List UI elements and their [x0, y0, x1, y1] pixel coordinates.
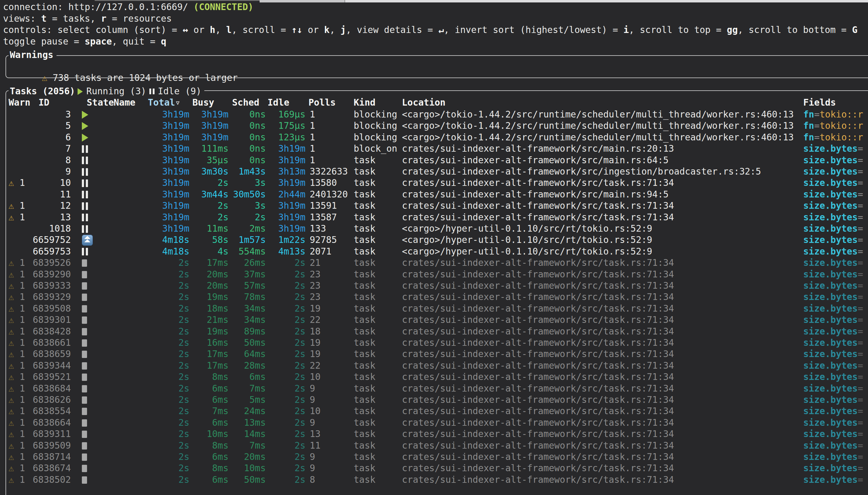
- task-row[interactable]: ⚠168395262s17ms26ms2s21taskcrates/sui-in…: [0, 257, 868, 269]
- cell-total: 2s: [124, 371, 189, 383]
- state-completed-icon: [82, 317, 87, 324]
- task-row[interactable]: ⚠1133h19m2s2s3h19m13587taskcrates/sui-in…: [0, 212, 868, 223]
- cell-total: 3h19m: [124, 166, 189, 177]
- column-header-idle[interactable]: Idle: [268, 97, 289, 108]
- field-equals: =: [857, 246, 863, 257]
- field-key: size.bytes: [803, 349, 857, 359]
- column-header-sched[interactable]: Sched: [232, 97, 259, 108]
- field-equals: =: [857, 383, 863, 394]
- task-row[interactable]: ⚠1103h19m2s3s3h19m13580taskcrates/sui-in…: [0, 177, 868, 189]
- cell-sched: 50ms: [230, 474, 266, 485]
- cell-kind: task: [354, 177, 375, 189]
- task-row[interactable]: 66597534m18s4s554ms4m13s2071task<cargo>/…: [0, 246, 868, 258]
- cell-kind: task: [354, 440, 375, 451]
- cell-idle: 2s: [268, 406, 305, 417]
- field-equals: =: [857, 258, 863, 268]
- cell-polls: 2071: [310, 246, 331, 257]
- task-row[interactable]: 83h19m35µs0ns3h19m1taskcrates/sui-indexe…: [0, 155, 868, 166]
- field-key: size.bytes: [803, 360, 857, 371]
- cell-kind: task: [354, 474, 375, 485]
- task-row[interactable]: ⚠168393332s20ms57ms2s23taskcrates/sui-in…: [0, 280, 868, 292]
- column-header-name[interactable]: Name: [114, 97, 135, 108]
- cell-polls: 2401320: [310, 189, 348, 200]
- cell-kind: task: [354, 303, 375, 314]
- cell-sched: 1m43s: [230, 166, 266, 177]
- cell-total: 2s: [124, 428, 189, 440]
- task-row[interactable]: 73h19m111ms0ns3h19m1block_oncrates/sui-i…: [0, 143, 868, 155]
- column-header-state[interactable]: State: [87, 97, 114, 108]
- task-row[interactable]: ⚠168386612s16ms50ms2s19taskcrates/sui-in…: [0, 337, 868, 349]
- warning-icon: ⚠: [9, 314, 14, 326]
- column-header-id[interactable]: ID: [38, 97, 49, 108]
- cell-total: 2s: [124, 417, 189, 428]
- cell-total: 2s: [124, 314, 189, 326]
- task-row[interactable]: ⚠168386842s6ms7ms2s9taskcrates/sui-index…: [0, 383, 868, 395]
- cell-location: crates/sui-indexer-alt-framework/src/tas…: [402, 337, 674, 348]
- cell-location: <cargo>/hyper-util-0.1.10/src/rt/tokio.r…: [402, 234, 652, 246]
- cell-state: [82, 417, 95, 429]
- field-value: tokio::r: [819, 109, 863, 120]
- idle-count-label: Idle (9): [158, 86, 202, 97]
- task-row[interactable]: ⚠168385542s7ms24ms2s10taskcrates/sui-ind…: [0, 406, 868, 417]
- cell-warn-count: 1: [19, 314, 25, 326]
- up-arrow: [84, 236, 90, 239]
- column-header-total[interactable]: Total▿: [148, 97, 181, 108]
- cell-total: 2s: [124, 303, 189, 314]
- task-row[interactable]: 113h19m3m44s30m50s2h44m2401320taskcrates…: [0, 189, 868, 201]
- cell-warn-count: 1: [19, 337, 25, 348]
- cell-busy: 19ms: [191, 291, 229, 303]
- cell-kind: task: [354, 314, 375, 326]
- column-header-polls[interactable]: Polls: [308, 97, 336, 108]
- task-row[interactable]: ⚠168386592s17ms64ms2s19taskcrates/sui-in…: [0, 348, 868, 360]
- cell-kind: task: [354, 257, 375, 269]
- state-completed-icon: [82, 305, 87, 312]
- task-row[interactable]: ⚠1123h19m2s3s3h19m13591taskcrates/sui-in…: [0, 200, 868, 212]
- controls-line: controls: select column (sort) = ↔ or h,…: [3, 24, 857, 36]
- cell-warn-count: 1: [19, 428, 25, 440]
- cell-idle: 3h19m: [268, 200, 305, 211]
- task-row[interactable]: ⚠168386642s6ms13ms2s9taskcrates/sui-inde…: [0, 417, 868, 429]
- column-header-busy[interactable]: Busy: [193, 97, 214, 108]
- column-header-location[interactable]: Location: [402, 97, 446, 108]
- column-header-warn[interactable]: Warn: [9, 97, 30, 108]
- cell-idle: 2s: [268, 463, 305, 474]
- task-row[interactable]: ⚠168392902s20ms37ms2s23taskcrates/sui-in…: [0, 269, 868, 280]
- task-row[interactable]: ⚠168393292s19ms78ms2s23taskcrates/sui-in…: [0, 291, 868, 303]
- cell-idle: 2h44m: [268, 189, 305, 200]
- task-row[interactable]: 66597524m18s58s1m57s1m22s92785task<cargo…: [0, 234, 868, 246]
- cell-state: [82, 337, 95, 349]
- task-row[interactable]: ⚠168385022s6ms50ms2s8taskcrates/sui-inde…: [0, 474, 868, 486]
- field-key: size.bytes: [803, 314, 857, 325]
- cell-idle: 2s: [268, 428, 305, 440]
- task-row[interactable]: 53h19m3h19m0ns175µs1blocking<cargo>/toki…: [0, 120, 868, 132]
- cell-sched: 78ms: [230, 291, 266, 303]
- cell-kind: task: [354, 212, 375, 223]
- task-row[interactable]: ⚠168393112s10ms14ms2s13taskcrates/sui-in…: [0, 428, 868, 440]
- task-row[interactable]: ⚠168387142s6ms20ms2s9taskcrates/sui-inde…: [0, 451, 868, 463]
- cell-fields: size.bytes=: [803, 451, 863, 463]
- task-row[interactable]: ⚠168386262s6ms5ms2s9taskcrates/sui-index…: [0, 394, 868, 406]
- state-completed-icon: [82, 396, 87, 404]
- task-row[interactable]: ⚠168393442s17ms28ms2s22taskcrates/sui-in…: [0, 360, 868, 372]
- cell-warn-count: 1: [19, 474, 25, 485]
- task-row[interactable]: 33h19m3h19m0ns169µs1blocking<cargo>/toki…: [0, 109, 868, 121]
- task-row[interactable]: 93h19m3m30s1m43s3h13m3322633taskcrates/s…: [0, 166, 868, 177]
- column-header-kind[interactable]: Kind: [354, 97, 375, 108]
- warning-icon: ⚠: [9, 451, 14, 463]
- task-row[interactable]: ⚠168395082s18ms34ms2s19taskcrates/sui-in…: [0, 303, 868, 314]
- task-row[interactable]: 10183h19m11ms2ms3h19m133task<cargo>/hype…: [0, 223, 868, 235]
- state-completed-icon: [82, 328, 87, 336]
- cell-busy: 17ms: [191, 257, 229, 269]
- cell-id: 8: [28, 155, 71, 166]
- task-row[interactable]: ⚠168395212s8ms6ms2s10taskcrates/sui-inde…: [0, 371, 868, 383]
- field-equals: =: [857, 223, 863, 234]
- column-header-fields[interactable]: Fields: [803, 97, 836, 108]
- task-row[interactable]: ⚠168386742s8ms10ms2s9taskcrates/sui-inde…: [0, 463, 868, 474]
- cell-polls: 18: [310, 326, 321, 337]
- cell-idle: 2s: [268, 303, 305, 314]
- task-row[interactable]: ⚠168393012s21ms34ms2s22taskcrates/sui-in…: [0, 314, 868, 326]
- task-row[interactable]: ⚠168395092s8ms7ms2s11taskcrates/sui-inde…: [0, 440, 868, 452]
- task-row[interactable]: ⚠168384282s19ms89ms2s18taskcrates/sui-in…: [0, 326, 868, 338]
- pause-quit-line: toggle pause = space, quit = q: [3, 36, 166, 47]
- task-row[interactable]: 63h19m3h19m0ns123µs1blocking<cargo>/toki…: [0, 132, 868, 143]
